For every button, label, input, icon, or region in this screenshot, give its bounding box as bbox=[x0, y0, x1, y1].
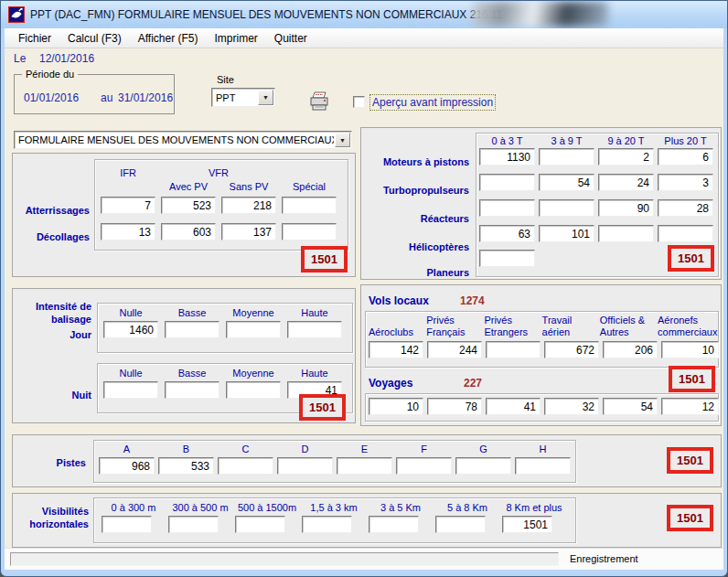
pistons-plus-20t-field[interactable] bbox=[658, 148, 713, 166]
piste-b-field[interactable] bbox=[158, 457, 214, 475]
decollages-special-field[interactable] bbox=[282, 223, 337, 240]
piste-h-field[interactable] bbox=[515, 457, 571, 475]
voyages-travail-aerien-field[interactable] bbox=[544, 398, 599, 415]
atterrissages-sans-pv-field[interactable] bbox=[221, 197, 276, 214]
turboprop-0-3t-field[interactable] bbox=[479, 174, 535, 191]
piste-a-field[interactable] bbox=[99, 457, 155, 475]
reacteurs-0-3t-field[interactable] bbox=[479, 199, 535, 217]
site-select[interactable]: PPT ▼ bbox=[211, 88, 275, 107]
menu-imprimer[interactable]: Imprimer bbox=[207, 29, 266, 48]
col-header-basse: Basse bbox=[165, 307, 219, 318]
col-header-prives-etrangers: Privés Etrangers bbox=[484, 315, 538, 338]
visib-1-5-3km-field[interactable] bbox=[302, 516, 352, 533]
reacteurs-plus-20t-field[interactable] bbox=[658, 199, 713, 217]
reacteurs-9-20t-field[interactable] bbox=[598, 199, 654, 217]
visib-0-300m-field[interactable] bbox=[102, 516, 152, 533]
jour-moyenne-field[interactable] bbox=[226, 321, 281, 338]
nuit-nulle-field[interactable] bbox=[103, 381, 158, 399]
helicopteres-plus-20t-field[interactable] bbox=[658, 225, 713, 242]
helicopteres-3-9t-field[interactable] bbox=[539, 225, 594, 242]
voyages-groupbox bbox=[365, 393, 719, 422]
col-header-plus-20t: Plus 20 T bbox=[658, 135, 713, 146]
menu-afficher[interactable]: Afficher (F5) bbox=[130, 29, 207, 48]
turboprop-plus-20t-field[interactable] bbox=[658, 174, 713, 191]
form-body: Le 12/01/2016 Période du 01/01/2016 au 3… bbox=[5, 48, 723, 548]
movements-badge: 1501 bbox=[301, 246, 348, 272]
pistons-3-9t-field[interactable] bbox=[539, 148, 594, 166]
planeurs-0-3t-field[interactable] bbox=[479, 250, 535, 267]
voyages-officiels-field[interactable] bbox=[603, 398, 658, 415]
decollages-avec-pv-field[interactable] bbox=[161, 223, 216, 240]
chevron-down-icon[interactable]: ▼ bbox=[258, 90, 273, 105]
col-header-avec-pv: Avec PV bbox=[161, 181, 216, 192]
status-text: Enregistrement bbox=[570, 553, 638, 564]
movements-groupbox: IFR VFR Avec PV Sans PV Spécial bbox=[94, 159, 348, 251]
locaux-aeroclubs-field[interactable] bbox=[369, 341, 423, 358]
visib-8km-plus-field[interactable] bbox=[502, 516, 552, 533]
aircraft-groupbox: 0 à 3 T 3 à 9 T 9 à 20 T Plus 20 T bbox=[476, 133, 719, 277]
decollages-sans-pv-field[interactable] bbox=[221, 223, 276, 240]
periode-from: 01/01/2016 bbox=[24, 91, 79, 104]
reacteurs-3-9t-field[interactable] bbox=[539, 199, 594, 217]
visib-3-5km-field[interactable] bbox=[369, 516, 419, 533]
locaux-travail-aerien-field[interactable] bbox=[544, 341, 599, 358]
print-icon[interactable] bbox=[308, 90, 330, 113]
locaux-prives-etrangers-field[interactable] bbox=[486, 341, 541, 358]
title-bar[interactable]: PPT (DAC_FMN) FORMULAIRE MENSUEL DES MOU… bbox=[1, 1, 727, 28]
helicopteres-0-3t-field[interactable] bbox=[479, 225, 535, 242]
menu-bar: Fichier Calcul (F3) Afficher (F5) Imprim… bbox=[5, 28, 723, 48]
menu-fichier[interactable]: Fichier bbox=[10, 29, 59, 48]
decollages-row-label: Décollages bbox=[13, 231, 90, 242]
col-header-nulle: Nulle bbox=[103, 307, 158, 318]
piste-e-field[interactable] bbox=[337, 457, 392, 475]
form-selector-value: FORMULAIRE MENSUEL DES MOUVEMENTS NON CO… bbox=[15, 134, 334, 145]
menu-quitter[interactable]: Quitter bbox=[266, 29, 316, 48]
col-header-500-1500m: 500 à 1500m bbox=[235, 502, 299, 513]
locaux-commerciaux-field[interactable] bbox=[661, 341, 719, 358]
decollages-ifr-field[interactable] bbox=[101, 223, 155, 240]
balisage-label: Intensité de balisage bbox=[13, 300, 91, 326]
voyages-label: Voyages bbox=[369, 377, 412, 390]
visib-500-1500m-field[interactable] bbox=[235, 516, 285, 533]
locaux-prives-francais-field[interactable] bbox=[427, 341, 482, 358]
status-progress-panel bbox=[10, 552, 559, 566]
vols-badge: 1501 bbox=[669, 366, 715, 392]
voyages-prives-francais-field[interactable] bbox=[427, 398, 482, 415]
preview-checkbox-label[interactable]: Aperçu avant impression bbox=[369, 94, 496, 111]
satellite-dish-icon[interactable] bbox=[8, 6, 25, 23]
pistons-0-3t-field[interactable] bbox=[479, 148, 535, 166]
voyages-commerciaux-field[interactable] bbox=[661, 398, 719, 415]
voyages-prives-etrangers-field[interactable] bbox=[486, 398, 541, 415]
jour-nulle-field[interactable] bbox=[103, 321, 158, 338]
piste-f-field[interactable] bbox=[396, 457, 452, 475]
voyages-aeroclubs-field[interactable] bbox=[369, 398, 423, 415]
form-selector[interactable]: FORMULAIRE MENSUEL DES MOUVEMENTS NON CO… bbox=[14, 131, 352, 149]
piste-g-field[interactable] bbox=[455, 457, 511, 475]
col-header-piste-c: C bbox=[218, 443, 273, 454]
pistons-9-20t-field[interactable] bbox=[598, 148, 654, 166]
atterrissages-ifr-field[interactable] bbox=[101, 197, 155, 214]
visib-300-500m-field[interactable] bbox=[168, 516, 219, 533]
col-header-basse: Basse bbox=[165, 368, 219, 379]
vols-locaux-total: 1274 bbox=[460, 294, 485, 307]
jour-row-label: Jour bbox=[13, 329, 91, 340]
atterrissages-special-field[interactable] bbox=[282, 197, 337, 214]
helicopteres-9-20t-field[interactable] bbox=[598, 225, 654, 242]
locaux-officiels-field[interactable] bbox=[603, 341, 658, 358]
piste-d-field[interactable] bbox=[277, 457, 333, 475]
atterrissages-avec-pv-field[interactable] bbox=[161, 197, 216, 214]
date-label: Le bbox=[14, 52, 26, 65]
nuit-basse-field[interactable] bbox=[165, 381, 219, 399]
chevron-down-icon[interactable]: ▼ bbox=[335, 133, 350, 147]
turboprop-3-9t-field[interactable] bbox=[539, 174, 594, 191]
turboprop-9-20t-field[interactable] bbox=[598, 174, 654, 191]
nuit-moyenne-field[interactable] bbox=[226, 381, 281, 399]
preview-checkbox[interactable] bbox=[353, 96, 365, 108]
col-header-ifr: IFR bbox=[101, 167, 155, 178]
col-header-piste-e: E bbox=[337, 443, 392, 454]
menu-calcul[interactable]: Calcul (F3) bbox=[59, 29, 130, 48]
visib-5-8km-field[interactable] bbox=[435, 516, 486, 533]
piste-c-field[interactable] bbox=[218, 457, 273, 475]
jour-haute-field[interactable] bbox=[287, 321, 342, 338]
jour-basse-field[interactable] bbox=[165, 321, 219, 338]
